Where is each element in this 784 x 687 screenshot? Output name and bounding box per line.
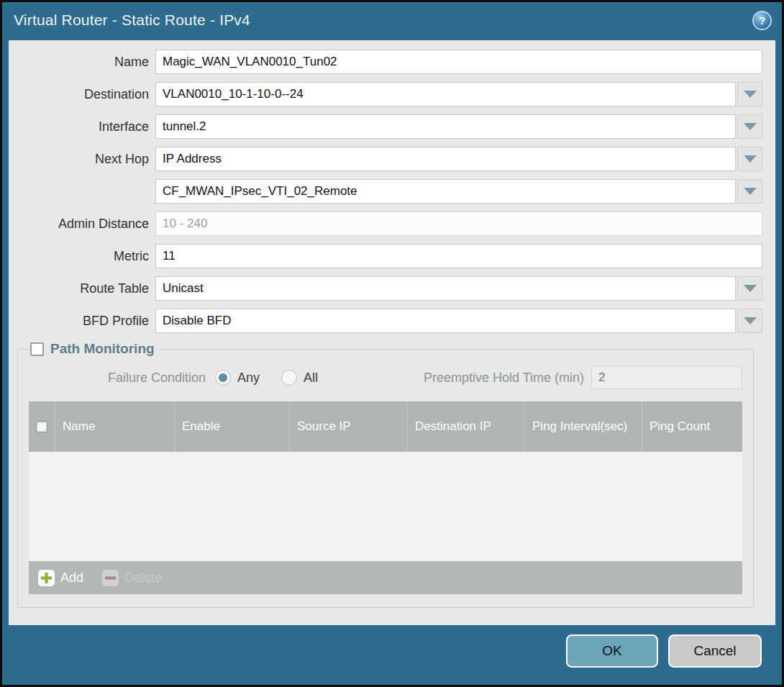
column-header-ping-count: Ping Count bbox=[642, 401, 742, 452]
chevron-down-icon bbox=[744, 91, 757, 98]
path-monitoring-table: Name Enable Source IP Destination IP Pin… bbox=[29, 401, 742, 594]
cancel-button[interactable]: Cancel bbox=[668, 634, 762, 668]
column-header-destination-ip: Destination IP bbox=[408, 401, 525, 452]
failure-condition-row: Failure Condition Any All Preemptive Hol… bbox=[29, 366, 742, 389]
admin-distance-input[interactable] bbox=[155, 211, 762, 236]
destination-row: Destination bbox=[9, 82, 762, 106]
failure-condition-any-label: Any bbox=[237, 370, 260, 386]
interface-label: Interface bbox=[9, 119, 149, 135]
table-toolbar: Add Delete bbox=[29, 561, 742, 594]
plus-icon bbox=[38, 570, 55, 586]
name-row: Name bbox=[9, 50, 762, 74]
bfd-profile-dropdown-button[interactable] bbox=[737, 309, 762, 333]
select-all-cell bbox=[29, 401, 55, 452]
column-header-source-ip: Source IP bbox=[290, 401, 408, 452]
add-button[interactable]: Add bbox=[38, 570, 83, 586]
minus-icon bbox=[102, 570, 119, 586]
table-body-empty bbox=[29, 452, 742, 561]
ok-button[interactable]: OK bbox=[566, 634, 658, 668]
select-all-checkbox[interactable] bbox=[36, 421, 47, 432]
chevron-down-icon bbox=[744, 317, 757, 324]
bfd-profile-label: BFD Profile bbox=[9, 314, 149, 329]
path-monitoring-title: Path Monitoring bbox=[50, 341, 155, 357]
route-table-label: Route Table bbox=[9, 281, 149, 296]
chevron-down-icon bbox=[744, 285, 757, 292]
radio-selected-dot bbox=[219, 373, 227, 382]
admin-distance-row: Admin Distance bbox=[9, 211, 762, 236]
route-table-input[interactable] bbox=[155, 276, 736, 301]
path-monitoring-checkbox[interactable] bbox=[30, 342, 44, 356]
failure-condition-label: Failure Condition bbox=[108, 370, 206, 386]
dialog-content: Name Destination Interface bbox=[9, 40, 775, 625]
bfd-profile-input[interactable] bbox=[155, 309, 736, 333]
route-table-dropdown-button[interactable] bbox=[737, 276, 762, 301]
delete-button[interactable]: Delete bbox=[102, 570, 162, 586]
next-hop-address-dropdown-button[interactable] bbox=[737, 179, 762, 204]
route-table-row: Route Table bbox=[9, 276, 762, 301]
failure-condition-any-radio[interactable] bbox=[215, 370, 231, 386]
dialog-titlebar: Virtual Router - Static Route - IPv4 ? bbox=[2, 2, 782, 38]
name-input[interactable] bbox=[155, 50, 762, 74]
next-hop-dropdown-button[interactable] bbox=[737, 147, 762, 171]
metric-input[interactable] bbox=[155, 244, 762, 268]
admin-distance-label: Admin Distance bbox=[9, 217, 149, 232]
column-header-enable: Enable bbox=[175, 401, 290, 452]
table-header-row: Name Enable Source IP Destination IP Pin… bbox=[29, 401, 742, 452]
path-monitoring-section: Path Monitoring Failure Condition Any Al… bbox=[17, 341, 754, 608]
static-route-dialog: Virtual Router - Static Route - IPv4 ? N… bbox=[0, 0, 784, 687]
interface-dropdown-button[interactable] bbox=[737, 114, 762, 139]
dialog-title: Virtual Router - Static Route - IPv4 bbox=[14, 12, 250, 29]
interface-row: Interface bbox=[9, 114, 762, 139]
interface-input[interactable] bbox=[155, 114, 736, 139]
column-header-name: Name bbox=[55, 401, 175, 452]
chevron-down-icon bbox=[744, 188, 757, 195]
next-hop-address-row bbox=[9, 179, 762, 204]
next-hop-label: Next Hop bbox=[9, 152, 149, 167]
chevron-down-icon bbox=[744, 155, 757, 163]
delete-button-label: Delete bbox=[124, 570, 162, 586]
path-monitoring-legend: Path Monitoring bbox=[29, 341, 160, 357]
chevron-down-icon bbox=[744, 123, 757, 130]
help-icon[interactable]: ? bbox=[752, 11, 772, 30]
next-hop-type-input[interactable] bbox=[155, 147, 736, 171]
metric-label: Metric bbox=[9, 249, 149, 264]
destination-dropdown-button[interactable] bbox=[737, 82, 762, 106]
column-header-ping-interval: Ping Interval(sec) bbox=[525, 401, 642, 452]
name-label: Name bbox=[9, 55, 149, 70]
metric-row: Metric bbox=[9, 244, 762, 268]
next-hop-row: Next Hop bbox=[9, 147, 762, 171]
add-button-label: Add bbox=[60, 570, 83, 586]
destination-label: Destination bbox=[9, 87, 149, 102]
destination-input[interactable] bbox=[155, 82, 736, 106]
bfd-profile-row: BFD Profile bbox=[9, 309, 762, 333]
failure-condition-all-radio[interactable] bbox=[281, 370, 297, 386]
preemptive-hold-time-input[interactable] bbox=[591, 366, 742, 389]
failure-condition-all-label: All bbox=[304, 370, 318, 386]
preemptive-hold-time-label: Preemptive Hold Time (min) bbox=[424, 370, 584, 386]
dialog-footer: OK Cancel bbox=[566, 634, 762, 668]
next-hop-address-input[interactable] bbox=[155, 179, 736, 204]
